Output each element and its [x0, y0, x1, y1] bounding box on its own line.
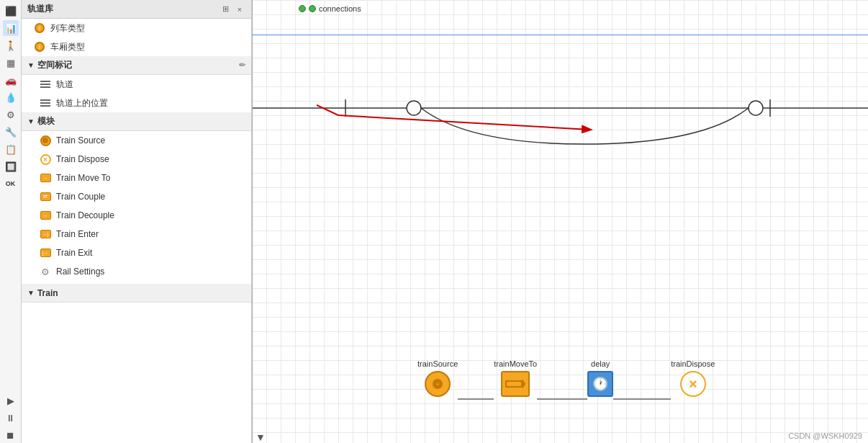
flow-node-train-source: trainSource + [417, 359, 458, 397]
train-exit-label: Train Exit [56, 248, 92, 258]
horizontal-separator-line [252, 35, 868, 35]
flow-connector-2 [537, 398, 587, 400]
car-type-icon: ! [33, 40, 46, 53]
toolbar-btn-ok[interactable]: OK [3, 176, 19, 192]
flow-box-train-source: + [425, 371, 451, 397]
toolbar-btn-3[interactable]: 🚶 [3, 37, 19, 53]
category-modules[interactable]: ▼ 模块 [22, 112, 251, 131]
sidebar-panel: 轨道库 ⊞ × ! 列车类型 ! 车厢类型 ▼ 空间标记 ✏ [22, 0, 252, 443]
train-type-label: 列车类型 [50, 22, 85, 35]
sidebar-item-train-decouple[interactable]: ↔ Train Decouple [27, 206, 251, 225]
track-icon [39, 78, 52, 91]
svg-line-5 [338, 115, 590, 130]
rail-settings-label: Rail Settings [56, 267, 104, 277]
train-dispose-label: Train Dispose [56, 154, 109, 164]
track-pos-icon [39, 97, 52, 109]
train-source-label: Train Source [56, 135, 105, 146]
toolbar-btn-bottom3[interactable]: ⏹ [3, 427, 19, 443]
flow-box-train-move [501, 371, 530, 397]
flow-label-train-move: trainMoveTo [494, 359, 537, 368]
sidebar-item-train-exit[interactable]: |→ Train Exit [27, 243, 251, 262]
green-dot2-icon [309, 5, 316, 12]
category-spatial[interactable]: ▼ 空间标记 ✏ [22, 56, 251, 75]
train-arrow: ▼ [27, 289, 35, 297]
flow-box-delay: 🕐 [587, 371, 613, 397]
flow-node-train-move: trainMoveTo [494, 359, 537, 397]
sidebar-item-train-move[interactable]: → Train Move To [27, 169, 251, 187]
sidebar-item-train-couple[interactable]: ⇌ Train Couple [27, 187, 251, 206]
sidebar-item-track[interactable]: 轨道 [27, 75, 251, 94]
train-exit-icon: |→ [39, 246, 52, 259]
train-category-label: Train [37, 288, 58, 298]
modules-sub-items: Train Source × Train Dispose → Train Mov… [27, 131, 251, 281]
toolbar-btn-bottom2[interactable]: ⏸ [3, 410, 19, 426]
sidebar-item-train-type[interactable]: ! 列车类型 [22, 19, 251, 37]
flow-connector-1 [458, 398, 494, 400]
flow-label-train-dispose: trainDispose [671, 359, 715, 368]
svg-marker-9 [523, 379, 525, 389]
flow-label-train-source: trainSource [417, 359, 458, 368]
track-position-label: 轨道上的位置 [56, 97, 108, 109]
track-label: 轨道 [56, 79, 73, 91]
toolbar-btn-7[interactable]: ⚙ [3, 107, 19, 122]
toolbar-btn-6[interactable]: 💧 [3, 89, 19, 105]
svg-line-7 [317, 78, 338, 115]
svg-rect-10 [507, 382, 521, 386]
train-move-label: Train Move To [56, 173, 110, 183]
sidebar-grid-icon[interactable]: ⊞ [220, 4, 231, 15]
sidebar-item-track-position[interactable]: 轨道上的位置 [27, 94, 251, 112]
canvas-bottom-arrow: ▼ [256, 431, 266, 443]
flow-connector-3 [613, 398, 671, 400]
rail-settings-icon: ⚙ [39, 265, 52, 278]
watermark: CSDN @WSKH0929 [788, 431, 862, 440]
flow-diagram: trainSource + trainMoveTo d [417, 359, 715, 400]
spatial-arrow: ▼ [27, 61, 35, 69]
train-couple-label: Train Couple [56, 192, 105, 202]
modules-label: 模块 [37, 115, 55, 127]
train-dispose-icon: × [39, 153, 52, 166]
toolbar-btn-1[interactable]: ⬛ [3, 3, 19, 19]
flow-box-train-dispose: × [680, 371, 706, 397]
train-decouple-label: Train Decouple [56, 210, 114, 220]
sidebar-item-train-enter[interactable]: →| Train Enter [27, 225, 251, 243]
toolbar-btn-10[interactable]: 🔲 [3, 158, 19, 174]
flow-node-train-dispose: trainDispose × [671, 359, 715, 397]
edit-icon[interactable]: ✏ [239, 61, 245, 70]
modules-arrow: ▼ [27, 117, 35, 125]
car-type-label: 车厢类型 [50, 41, 85, 53]
toolbar-btn-2[interactable]: 📊 [3, 20, 19, 36]
left-toolbar: ⬛ 📊 🚶 ▦ 🚗 💧 ⚙ 🔧 📋 🔲 OK ▶ ⏸ ⏹ [0, 0, 22, 443]
sidebar-item-rail-settings[interactable]: ⚙ Rail Settings [27, 262, 251, 281]
spatial-sub-items: 轨道 轨道上的位置 [27, 75, 251, 112]
connections-text: connections [319, 4, 361, 13]
train-decouple-icon: ↔ [39, 209, 52, 222]
sidebar-item-train-dispose[interactable]: × Train Dispose [27, 150, 251, 169]
main-canvas[interactable]: connections trainSource [252, 0, 868, 443]
sidebar-title: 轨道库 [27, 3, 53, 15]
toolbar-btn-9[interactable]: 📋 [3, 141, 19, 157]
sidebar-item-car-type[interactable]: ! 车厢类型 [22, 37, 251, 56]
flow-label-delay: delay [591, 359, 610, 368]
connections-label-area: connections [299, 4, 361, 13]
train-source-icon [39, 134, 52, 147]
train-enter-icon: →| [39, 228, 52, 241]
toolbar-btn-8[interactable]: 🔧 [3, 124, 19, 140]
green-dot-icon [299, 5, 306, 12]
toolbar-btn-5[interactable]: 🚗 [3, 72, 19, 88]
sidebar-item-train-source[interactable]: Train Source [27, 131, 251, 150]
category-train[interactable]: ▼ Train [22, 284, 251, 303]
svg-point-4 [749, 101, 763, 115]
sidebar-close-icon[interactable]: × [234, 4, 245, 15]
canvas-left-border [252, 0, 253, 443]
spatial-label: 空间标记 [37, 59, 72, 71]
sidebar-header-icons: ⊞ × [220, 4, 245, 15]
train-type-icon: ! [33, 22, 46, 35]
toolbar-btn-4[interactable]: ▦ [3, 55, 19, 71]
toolbar-btn-bottom1[interactable]: ▶ [3, 393, 19, 408]
train-couple-icon: ⇌ [39, 190, 52, 203]
sidebar-header: 轨道库 ⊞ × [22, 0, 251, 19]
flow-node-delay: delay 🕐 [587, 359, 613, 397]
red-arrow-annotation [317, 58, 677, 173]
train-move-icon: → [39, 171, 52, 184]
train-enter-label: Train Enter [56, 229, 99, 239]
